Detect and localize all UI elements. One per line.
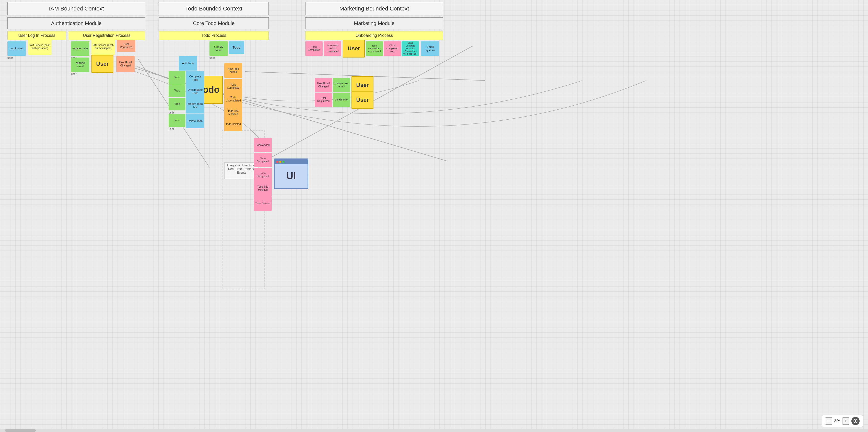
zoom-level: 8% <box>834 419 840 423</box>
create-user-mkt-sticky[interactable]: create user <box>333 92 350 107</box>
change-email-sticky[interactable]: change email <box>71 58 89 72</box>
todo-cmd4-label: user <box>168 127 174 131</box>
todo-command-3[interactable]: Todo <box>168 98 185 110</box>
iam-user-aggregate[interactable]: User <box>91 55 114 73</box>
marketing-user-aggregate-3[interactable]: User <box>351 91 373 109</box>
todo-completed-integration-1[interactable]: Todo Completed <box>254 153 272 167</box>
register-user-sticky[interactable]: register user <box>71 41 89 56</box>
ui-label: UI <box>286 171 296 181</box>
uncomplete-todo-sticky[interactable]: Uncomplete Todo <box>186 84 204 99</box>
scrollbar-thumb[interactable] <box>5 429 36 432</box>
user-email-changed-sticky-iam[interactable]: User Email Changed <box>116 56 135 72</box>
user-registered-mkt-sticky[interactable]: User Registered <box>315 92 332 107</box>
zoom-controls: − 8% + <box>822 415 863 427</box>
todo-command-4[interactable]: Todo <box>168 114 185 127</box>
complete-todo-sticky[interactable]: Complete Todo <box>186 71 204 85</box>
zoom-out-button[interactable]: − <box>825 417 832 425</box>
iam-auth-module: Authentication Module <box>7 18 145 29</box>
marketing-user-aggregate[interactable]: User <box>343 39 365 58</box>
todo-completions-incremented-sticky[interactable]: todo completions incremented <box>366 41 383 56</box>
zoom-fit-button[interactable] <box>851 417 860 425</box>
todo-deleted-integration[interactable]: Todo Deleted <box>254 196 272 211</box>
todo-added-integration[interactable]: Todo Added <box>254 138 272 152</box>
marketing-module: Marketing Module <box>305 18 443 29</box>
todo-command-2[interactable]: Todo <box>168 84 185 97</box>
maximize-dot <box>282 161 284 163</box>
main-canvas: IAM Bounded Context Authentication Modul… <box>0 0 868 432</box>
ui-title-bar <box>275 159 308 164</box>
todo-command-1[interactable]: Todo <box>168 71 185 84</box>
onboarding-process: Onboarding Process <box>305 31 443 40</box>
todo-process: Todo Process <box>159 31 269 40</box>
modify-todo-title-sticky[interactable]: Modify Todo Title <box>186 98 204 114</box>
marketing-bounded-context: Marketing Bounded Context <box>305 2 443 15</box>
email-system-sticky[interactable]: Email system <box>421 41 439 56</box>
change-email-label: user <box>71 73 76 76</box>
log-in-user-sticky[interactable]: Log in user <box>7 41 26 56</box>
get-my-todos-label: user <box>210 56 215 59</box>
increment-todos-completed-sticky[interactable]: increment todos completed <box>324 41 341 56</box>
add-todo-cmd-sticky[interactable]: Add Todo <box>179 56 197 70</box>
zoom-in-button[interactable]: + <box>842 417 849 425</box>
todo-completed-integration-2[interactable]: Todo Completed <box>254 168 272 182</box>
todo-cmd3-label: user <box>168 111 174 114</box>
minimize-dot <box>279 161 281 163</box>
new-todo-added-sticky[interactable]: New Todo Added <box>224 63 242 78</box>
todo-uncompleted-event-sticky[interactable]: Todo Uncompleted <box>224 92 242 106</box>
integration-events-label: Integration Events for Real Time Fronten… <box>224 162 259 179</box>
todo-completed-event-sticky[interactable]: Todo Completed <box>224 79 242 93</box>
todo-completed-mkt-sticky[interactable]: Todo Completed <box>305 41 322 56</box>
iam-service-register-sticky[interactable]: IAM Service (nest-auth-passport) <box>91 39 115 55</box>
todo-read-sticky[interactable]: Todo <box>229 41 244 54</box>
svg-point-6 <box>855 420 856 422</box>
user-email-changed-mkt-sticky[interactable]: User Email Changed <box>315 78 332 92</box>
close-dot <box>276 161 278 163</box>
user-registration-process: User Registration Process <box>68 31 145 40</box>
horizontal-scrollbar[interactable] <box>0 429 868 432</box>
ui-mockup-box: UI <box>274 159 308 189</box>
log-in-user-label: user <box>7 56 13 59</box>
todo-title-modified-integration[interactable]: Todo Title Modified <box>254 180 272 196</box>
send-congrats-email-sticky[interactable]: Send Congrats Email for Completing the F… <box>402 41 419 56</box>
if-first-completed-task-sticky[interactable]: if first completed task <box>384 41 401 56</box>
get-my-todos-sticky[interactable]: Get My Todos <box>210 41 228 56</box>
todo-core-module: Core Todo Module <box>159 18 269 29</box>
user-registered-sticky[interactable]: User Registered <box>117 39 135 52</box>
todo-deleted-event-sticky[interactable]: Todo Deleted <box>224 117 242 132</box>
change-user-email-mkt-sticky[interactable]: change user email <box>333 78 350 92</box>
svg-line-1 <box>116 63 447 161</box>
todo-bounded-context: Todo Bounded Context <box>159 2 269 15</box>
user-login-process: User Log In Process <box>7 31 66 40</box>
iam-bounded-context: IAM Bounded Context <box>7 2 145 15</box>
iam-service-passport-sticky[interactable]: IAM Service (nest-auth-passport) <box>28 39 52 55</box>
delete-todo-sticky[interactable]: Delete Todo <box>186 114 204 128</box>
